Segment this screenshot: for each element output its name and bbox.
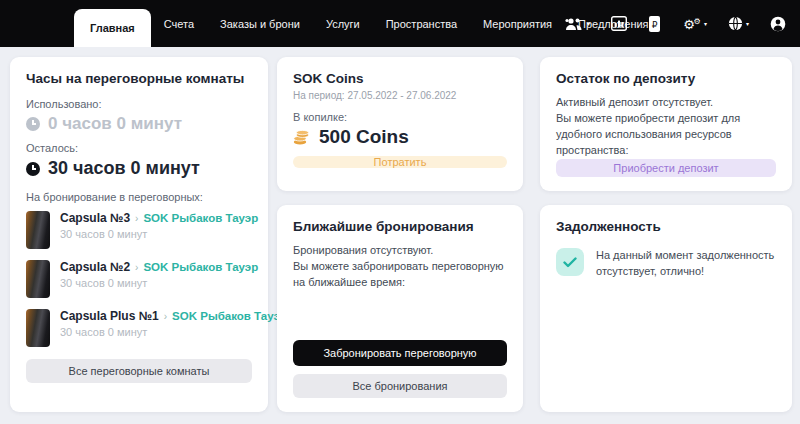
coins-balance-row: 500 Coins — [293, 126, 507, 148]
left-hours-row: 30 часов 0 минут — [26, 158, 252, 179]
room-name: Capsula Plus №1 — [60, 309, 159, 323]
room-photo — [26, 260, 50, 298]
deposit-empty-text: Активный депозит отсутствует. Вы можете … — [556, 95, 776, 159]
tab-events[interactable]: Мероприятия — [470, 0, 565, 47]
list-item: Capsula №2 › SOK Рыбаков Тауэр 30 часов … — [26, 260, 252, 298]
coins-period: На период: 27.05.2022 - 27.06.2022 — [293, 90, 507, 101]
settings-icon[interactable]: ⚙ ⚙ ▾ — [682, 16, 707, 32]
debt-status-row: На данный момент задолженность отсутству… — [556, 248, 776, 280]
coins-icon — [293, 130, 311, 145]
card-title: SOK Coins — [293, 71, 507, 86]
sok-coins-card: SOK Coins На период: 27.05.2022 - 27.06.… — [277, 57, 523, 191]
clock-icon — [26, 162, 40, 176]
svg-text:₽: ₽ — [652, 19, 658, 29]
room-time: 30 часов 0 минут — [60, 326, 287, 338]
room-time: 30 часов 0 минут — [60, 228, 258, 240]
card-title: Остаток по депозиту — [556, 71, 776, 86]
list-item: Capsula №3 › SOK Рыбаков Тауэр 30 часов … — [26, 211, 252, 249]
chevron-down-icon: ▾ — [587, 21, 590, 27]
rooms-list-label: На бронирование в переговорных: — [26, 191, 252, 203]
room-time: 30 часов 0 минут — [60, 277, 258, 289]
card-title: Задолженность — [556, 219, 776, 234]
debt-card: Задолженность На данный момент задолженн… — [540, 205, 792, 412]
room-location-link[interactable]: SOK Рыбаков Тауэр — [143, 261, 258, 273]
rooms-list: Capsula №3 › SOK Рыбаков Тауэр 30 часов … — [26, 211, 252, 347]
bookings-empty-text: Бронирования отсутствуют. Вы можете забр… — [293, 243, 507, 291]
all-bookings-button[interactable]: Все бронирования — [293, 374, 507, 398]
meeting-hours-card: Часы на переговорные комнаты Использован… — [10, 57, 268, 412]
chevron-down-icon: ▾ — [746, 21, 749, 27]
room-name: Capsula №2 — [60, 260, 130, 274]
used-hours-value: 0 часов 0 минут — [48, 114, 182, 134]
room-photo — [26, 211, 50, 249]
billing-icon[interactable]: ₽ — [648, 16, 661, 32]
room-photo — [26, 309, 50, 347]
left-label: Осталось: — [26, 142, 252, 154]
chevron-down-icon: ▾ — [704, 21, 707, 27]
checkmark-icon — [563, 257, 577, 268]
chevron-right-icon: › — [164, 311, 167, 322]
clock-icon — [26, 117, 40, 131]
used-hours-row: 0 часов 0 минут — [26, 114, 252, 134]
tab-home[interactable]: Главная — [74, 9, 151, 47]
profile-icon[interactable] — [770, 16, 786, 32]
balance-label: В копилке: — [293, 111, 507, 123]
coins-balance-value: 500 Coins — [319, 126, 409, 148]
card-title: Часы на переговорные комнаты — [26, 71, 252, 86]
spend-coins-button[interactable]: Потратить — [293, 156, 507, 168]
room-location-link[interactable]: SOK Рыбаков Тауэр — [172, 310, 287, 322]
stats-icon[interactable] — [611, 16, 627, 31]
header-icon-group: ▾ ₽ ⚙ ⚙ ▾ — [564, 0, 786, 47]
room-name: Capsula №3 — [60, 211, 130, 225]
tab-invoices[interactable]: Счета — [151, 0, 207, 47]
debt-status-text: На данный момент задолженность отсутству… — [596, 248, 776, 280]
upcoming-bookings-card: Ближайшие бронирования Бронирования отсу… — [277, 205, 523, 412]
members-icon[interactable]: ▾ — [564, 17, 590, 31]
tab-orders-bookings[interactable]: Заказы и брони — [207, 0, 313, 47]
used-label: Использовано: — [26, 98, 252, 110]
tab-spaces[interactable]: Пространства — [373, 0, 470, 47]
language-globe-icon[interactable]: ▾ — [728, 16, 749, 31]
chevron-right-icon: › — [135, 262, 138, 273]
card-title: Ближайшие бронирования — [293, 219, 507, 234]
all-meeting-rooms-button[interactable]: Все переговорные комнаты — [26, 359, 252, 383]
tab-services[interactable]: Услуги — [313, 0, 373, 47]
buy-deposit-button[interactable]: Приобрести депозит — [556, 159, 776, 177]
top-navigation-bar: Главная Счета Заказы и брони Услуги Прос… — [0, 0, 800, 47]
room-location-link[interactable]: SOK Рыбаков Тауэр — [143, 212, 258, 224]
book-meeting-room-button[interactable]: Забронировать переговорную — [293, 340, 507, 366]
left-hours-value: 30 часов 0 минут — [48, 158, 200, 179]
check-badge — [556, 248, 584, 276]
list-item: Capsula Plus №1 › SOK Рыбаков Тауэр 30 ч… — [26, 309, 252, 347]
deposit-balance-card: Остаток по депозиту Активный депозит отс… — [540, 57, 792, 191]
svg-text:⚙: ⚙ — [693, 17, 700, 26]
chevron-right-icon: › — [135, 213, 138, 224]
